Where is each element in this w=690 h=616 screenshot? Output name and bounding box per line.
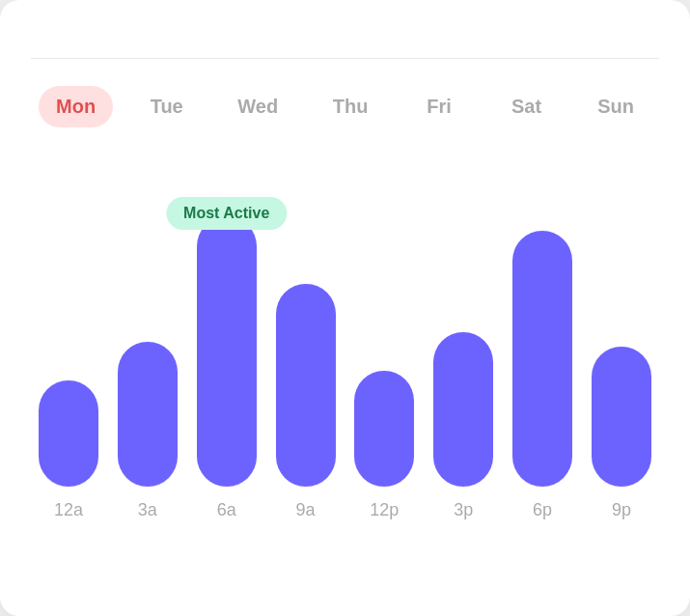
day-tab-fri[interactable]: Fri: [405, 86, 473, 127]
day-tabs: MonTueWedThuFriSatSun: [31, 86, 659, 127]
bar-6a: [197, 216, 257, 487]
bar-wrapper-9a: [276, 284, 336, 487]
x-label-3a: 3a: [118, 500, 178, 520]
x-label-12p: 12p: [354, 500, 414, 520]
day-tab-mon[interactable]: Mon: [39, 86, 113, 127]
bar-wrapper-12a: [39, 380, 98, 487]
bar-6p: [512, 231, 572, 487]
bar-wrapper-6a: Most Active: [197, 216, 257, 487]
x-labels: 12a3a6a9a12p3p6p9p: [31, 487, 659, 520]
day-tab-thu[interactable]: Thu: [316, 86, 386, 127]
bar-wrapper-9p: [592, 347, 651, 487]
bar-12p: [354, 371, 414, 487]
bar-wrapper-12p: [354, 371, 414, 487]
divider: [31, 58, 659, 59]
bars-container: Most Active: [31, 158, 659, 487]
most-active-label: Most Active: [166, 197, 287, 230]
x-label-9p: 9p: [592, 500, 651, 520]
x-label-9a: 9a: [276, 500, 336, 520]
bar-wrapper-6p: [512, 231, 572, 487]
day-tab-tue[interactable]: Tue: [133, 86, 201, 127]
bar-12a: [39, 380, 98, 487]
x-label-6p: 6p: [512, 500, 572, 520]
x-label-3p: 3p: [433, 500, 493, 520]
chart-area: Most Active 12a3a6a9a12p3p6p9p: [31, 158, 659, 585]
day-tab-wed[interactable]: Wed: [220, 86, 295, 127]
bar-9a: [276, 284, 336, 487]
bar-3p: [433, 332, 493, 487]
bar-wrapper-3p: [433, 332, 493, 487]
x-label-6a: 6a: [197, 500, 257, 520]
best-time-card: MonTueWedThuFriSatSun Most Active 12a3a6…: [0, 0, 690, 616]
bar-3a: [118, 342, 178, 487]
bar-wrapper-3a: [118, 342, 178, 487]
bar-9p: [592, 347, 651, 487]
day-tab-sat[interactable]: Sat: [493, 86, 561, 127]
day-tab-sun[interactable]: Sun: [580, 86, 651, 127]
x-label-12a: 12a: [39, 500, 98, 520]
